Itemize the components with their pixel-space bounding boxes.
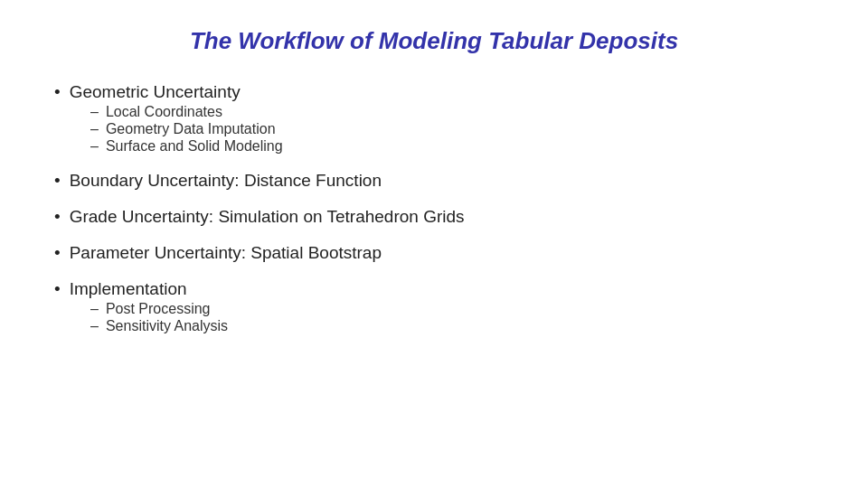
bullet-main: • Boundary Uncertainty: Distance Functio…	[54, 171, 814, 191]
bullet-text: Boundary Uncertainty: Distance Function	[70, 171, 382, 191]
bullet-dot: •	[54, 82, 61, 102]
bullet-dot: •	[54, 171, 61, 191]
sub-item-surface-solid-modeling: – Surface and Solid Modeling	[90, 138, 814, 155]
sub-item-local-coordinates: – Local Coordinates	[90, 104, 814, 120]
sub-text: Surface and Solid Modeling	[106, 138, 283, 155]
bullet-main: • Parameter Uncertainty: Spatial Bootstr…	[54, 243, 814, 263]
bullet-main: • Grade Uncertainty: Simulation on Tetra…	[54, 207, 814, 227]
sub-items-implementation: – Post Processing – Sensitivity Analysis	[90, 301, 814, 334]
sub-text: Geometry Data Imputation	[106, 121, 276, 137]
slide: The Workflow of Modeling Tabular Deposit…	[0, 0, 868, 488]
sub-item-geometry-data-imputation: – Geometry Data Imputation	[90, 121, 814, 137]
sub-items-geometric: – Local Coordinates – Geometry Data Impu…	[90, 104, 814, 155]
bullet-dot: •	[54, 243, 61, 263]
sub-item-sensitivity-analysis: – Sensitivity Analysis	[90, 318, 814, 334]
bullet-text: Grade Uncertainty: Simulation on Tetrahe…	[70, 207, 465, 227]
sub-text: Post Processing	[106, 301, 211, 317]
sub-text: Sensitivity Analysis	[106, 318, 228, 334]
sub-dash: –	[90, 301, 99, 317]
sub-dash: –	[90, 138, 99, 155]
bullet-boundary-uncertainty: • Boundary Uncertainty: Distance Functio…	[54, 171, 814, 191]
content: • Geometric Uncertainty – Local Coordina…	[54, 82, 814, 334]
bullet-text: Parameter Uncertainty: Spatial Bootstrap	[70, 243, 382, 263]
slide-title: The Workflow of Modeling Tabular Deposit…	[54, 27, 814, 55]
sub-dash: –	[90, 104, 99, 120]
bullet-text: Implementation	[70, 279, 187, 299]
bullet-implementation: • Implementation – Post Processing – Sen…	[54, 279, 814, 334]
sub-dash: –	[90, 121, 99, 137]
bullet-main: • Geometric Uncertainty	[54, 82, 814, 102]
bullet-dot: •	[54, 207, 61, 227]
sub-dash: –	[90, 318, 99, 334]
bullet-geometric-uncertainty: • Geometric Uncertainty – Local Coordina…	[54, 82, 814, 155]
bullet-parameter-uncertainty: • Parameter Uncertainty: Spatial Bootstr…	[54, 243, 814, 263]
sub-text: Local Coordinates	[106, 104, 222, 120]
bullet-text: Geometric Uncertainty	[70, 82, 241, 102]
bullet-main: • Implementation	[54, 279, 814, 299]
sub-item-post-processing: – Post Processing	[90, 301, 814, 317]
bullet-dot: •	[54, 279, 61, 299]
bullet-grade-uncertainty: • Grade Uncertainty: Simulation on Tetra…	[54, 207, 814, 227]
